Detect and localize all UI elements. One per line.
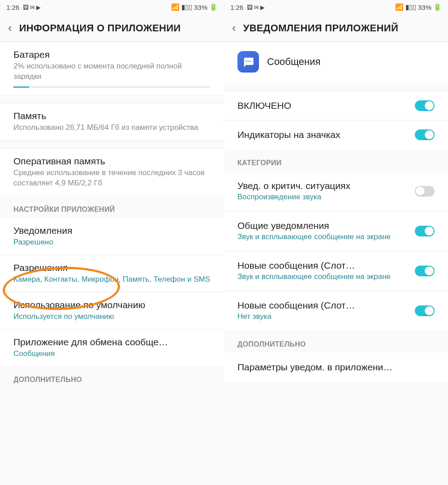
row-battery[interactable]: Батарея 2% использовано с момента послед… (0, 42, 224, 95)
status-notif-icons: 🖼✉▶ (23, 4, 41, 11)
battery-icon: 🔋 (209, 3, 218, 11)
row-notifications[interactable]: Уведомления Разрешено (0, 218, 224, 255)
status-bar: 1:26 🖼✉▶ 📶 ▮▯▯ 33% 🔋 (224, 0, 448, 14)
battery-pct: 33% (418, 4, 431, 11)
row-new-messages-slot2[interactable]: Новые сообщения (Слот… Нет звука (224, 291, 448, 330)
toggle-slot2[interactable] (415, 305, 435, 316)
row-in-app-notif-params[interactable]: Параметры уведом. в приложени… (224, 353, 448, 382)
row-critical-notifs[interactable]: Увед. о критич. ситуациях Воспроизведени… (224, 172, 448, 211)
toggle-badges[interactable] (415, 129, 435, 140)
row-memory[interactable]: Память Использовано 26,71 МБ/64 Гб из па… (0, 103, 224, 141)
status-notif-icons: 🖼✉▶ (247, 4, 265, 11)
phone-screen-left: 1:26 🖼✉▶ 📶 ▮▯▯ 33% 🔋 ‹ ИНФОРМАЦИЯ О ПРИЛ… (0, 0, 224, 485)
status-time: 1:26 (6, 4, 19, 11)
app-name: Сообщения (267, 56, 320, 68)
page-title: ИНФОРМАЦИЯ О ПРИЛОЖЕНИИ (19, 22, 181, 34)
wifi-icon: 📶 (395, 3, 404, 11)
signal-icon: ▮▯▯ (181, 3, 192, 11)
messages-app-icon (237, 51, 259, 73)
status-time: 1:26 (230, 4, 243, 11)
battery-icon: 🔋 (433, 3, 442, 11)
header: ‹ УВЕДОМЛЕНИЯ ПРИЛОЖЕНИЙ (224, 14, 448, 42)
section-additional: ДОПОЛНИТЕЛЬНО (0, 366, 224, 388)
svg-point-0 (246, 60, 247, 62)
toggle-enabled[interactable] (415, 100, 435, 111)
row-new-messages-slot1[interactable]: Новые сообщения (Слот… Звук и всплывающе… (224, 251, 448, 291)
section-categories: КАТЕГОРИИ (224, 149, 448, 172)
svg-point-2 (250, 60, 251, 62)
app-header: Сообщения (224, 42, 448, 83)
phone-screen-right: 1:26 🖼✉▶ 📶 ▮▯▯ 33% 🔋 ‹ УВЕДОМЛЕНИЯ ПРИЛО… (224, 0, 448, 485)
row-message-exchange[interactable]: Приложение для обмена сообще… Сообщения (0, 330, 224, 366)
status-bar: 1:26 🖼✉▶ 📶 ▮▯▯ 33% 🔋 (0, 0, 224, 14)
page-title: УВЕДОМЛЕНИЯ ПРИЛОЖЕНИЙ (243, 22, 398, 34)
row-badge-indicators[interactable]: Индикаторы на значках (224, 120, 448, 149)
row-ram[interactable]: Оперативная память Среднее использование… (0, 149, 224, 196)
signal-icon: ▮▯▯ (405, 3, 416, 11)
header: ‹ ИНФОРМАЦИЯ О ПРИЛОЖЕНИИ (0, 14, 224, 42)
row-general-notifs[interactable]: Общие уведомления Звук и всплывающее соо… (224, 211, 448, 251)
section-additional: ДОПОЛНИТЕЛЬНО (224, 330, 448, 353)
wifi-icon: 📶 (171, 3, 180, 11)
row-default-usage[interactable]: Использование по умолчанию Используется … (0, 292, 224, 330)
toggle-critical[interactable] (415, 186, 435, 197)
row-enabled[interactable]: ВКЛЮЧЕНО (224, 91, 448, 120)
svg-point-1 (248, 60, 249, 62)
back-icon[interactable]: ‹ (8, 21, 12, 35)
row-permissions[interactable]: Разрешения Камера, Контакты, Микрофон, П… (0, 255, 224, 292)
battery-pct: 33% (194, 4, 207, 11)
toggle-slot1[interactable] (415, 266, 435, 276)
battery-progress (13, 86, 211, 88)
toggle-general[interactable] (415, 226, 435, 236)
section-app-settings: НАСТРОЙКИ ПРИЛОЖЕНИЙ (0, 196, 224, 218)
back-icon[interactable]: ‹ (232, 21, 236, 35)
